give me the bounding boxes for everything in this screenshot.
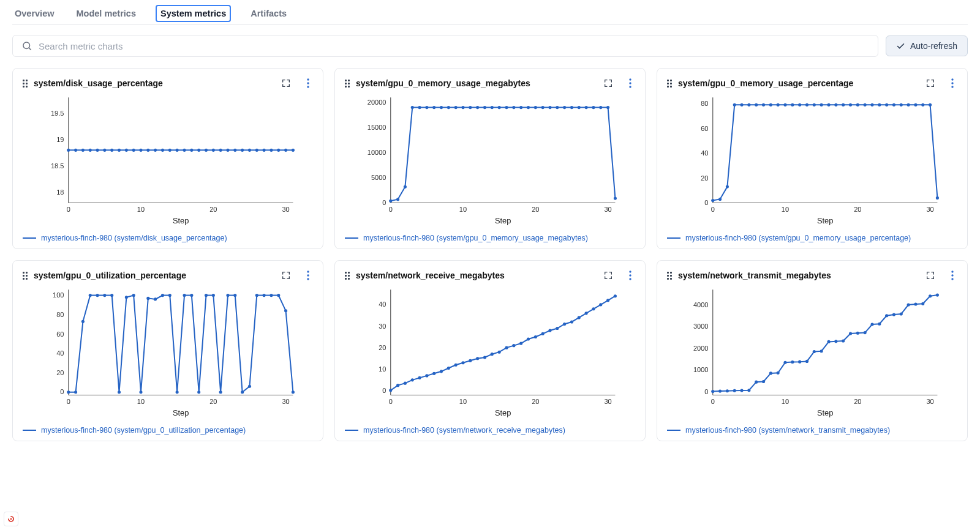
- svg-point-63: [389, 200, 392, 203]
- svg-point-50: [629, 86, 631, 88]
- svg-point-96: [951, 82, 953, 84]
- drag-handle-icon[interactable]: [345, 272, 350, 280]
- svg-point-258: [755, 381, 758, 384]
- svg-point-130: [856, 103, 859, 106]
- svg-point-142: [307, 271, 309, 272]
- svg-text:30: 30: [379, 323, 386, 330]
- legend-swatch: [345, 430, 358, 431]
- svg-point-16: [67, 149, 70, 152]
- svg-point-265: [805, 360, 809, 363]
- svg-point-29: [161, 149, 164, 152]
- svg-point-260: [769, 371, 772, 375]
- svg-point-190: [629, 271, 631, 272]
- svg-point-231: [578, 316, 581, 319]
- svg-point-22: [110, 149, 113, 152]
- svg-text:0: 0: [711, 398, 715, 405]
- chart-legend: mysterious-finch-980 (system/disk_usage_…: [23, 234, 313, 242]
- svg-point-89: [578, 106, 581, 109]
- svg-point-84: [541, 106, 545, 109]
- fullscreen-icon[interactable]: [281, 271, 291, 280]
- svg-text:20: 20: [379, 344, 386, 351]
- legend-label: mysterious-finch-980 (system/network_tra…: [685, 426, 890, 435]
- svg-point-267: [820, 349, 823, 353]
- kebab-menu-icon[interactable]: [948, 78, 957, 88]
- svg-point-269: [834, 340, 837, 343]
- svg-point-229: [563, 323, 566, 326]
- metric-card: system/gpu_0_utilization_percentage02040…: [12, 260, 323, 441]
- fullscreen-icon[interactable]: [925, 78, 935, 88]
- svg-point-25: [132, 149, 135, 152]
- svg-point-32: [183, 149, 186, 152]
- tab-model-metrics[interactable]: Model metrics: [74, 5, 139, 24]
- svg-text:4000: 4000: [693, 301, 708, 308]
- tab-overview[interactable]: Overview: [12, 5, 57, 24]
- svg-point-127: [834, 103, 837, 106]
- drag-handle-icon[interactable]: [345, 80, 350, 88]
- svg-point-225: [534, 335, 537, 338]
- svg-point-223: [519, 342, 522, 345]
- svg-point-256: [740, 389, 743, 392]
- svg-text:20: 20: [854, 206, 861, 213]
- legend-label: mysterious-finch-980 (system/disk_usage_…: [41, 234, 227, 242]
- svg-point-94: [614, 197, 617, 200]
- svg-text:Step: Step: [495, 216, 511, 225]
- kebab-menu-icon[interactable]: [625, 271, 635, 280]
- svg-point-165: [118, 390, 121, 394]
- fullscreen-icon[interactable]: [925, 271, 935, 280]
- svg-text:40: 40: [701, 149, 708, 157]
- svg-point-253: [718, 390, 722, 393]
- auto-refresh-button[interactable]: Auto-refresh: [886, 35, 968, 56]
- svg-point-273: [864, 331, 867, 334]
- drag-handle-icon[interactable]: [667, 80, 672, 88]
- drag-handle-icon[interactable]: [23, 80, 28, 88]
- svg-point-182: [241, 390, 244, 394]
- svg-point-276: [885, 314, 888, 317]
- svg-text:3000: 3000: [693, 323, 708, 330]
- fullscreen-icon[interactable]: [603, 271, 613, 280]
- svg-point-275: [878, 323, 881, 326]
- svg-point-79: [505, 106, 508, 109]
- fullscreen-icon[interactable]: [281, 78, 291, 88]
- svg-point-216: [469, 359, 472, 362]
- svg-text:10: 10: [459, 398, 467, 405]
- kebab-menu-icon[interactable]: [625, 78, 635, 88]
- svg-text:0: 0: [382, 199, 386, 206]
- svg-text:10: 10: [782, 398, 789, 405]
- tab-system-metrics[interactable]: System metrics: [156, 5, 231, 22]
- kebab-menu-icon[interactable]: [303, 271, 313, 280]
- svg-point-92: [599, 106, 602, 109]
- svg-point-35: [205, 149, 208, 152]
- chart-plot: 0102030400102030Step: [345, 284, 635, 419]
- svg-point-72: [454, 106, 458, 109]
- legend-swatch: [23, 237, 36, 239]
- search-input[interactable]: [39, 41, 869, 51]
- svg-point-0: [23, 42, 30, 49]
- svg-point-217: [476, 357, 479, 360]
- drag-handle-icon[interactable]: [667, 272, 672, 280]
- svg-point-49: [629, 82, 631, 84]
- svg-point-222: [512, 344, 515, 347]
- svg-point-172: [168, 294, 172, 297]
- legend-label: mysterious-finch-980 (system/gpu_0_memor…: [685, 234, 911, 242]
- metric-title: system/gpu_0_memory_usage_percentage: [678, 78, 853, 88]
- svg-point-111: [718, 198, 722, 201]
- drag-handle-icon[interactable]: [23, 272, 28, 280]
- tab-artifacts[interactable]: Artifacts: [248, 5, 289, 24]
- svg-point-179: [219, 390, 222, 394]
- chart-plot: 050001000015000200000102030Step: [345, 92, 635, 226]
- svg-point-252: [711, 390, 714, 393]
- svg-point-46: [284, 149, 287, 152]
- svg-point-33: [190, 149, 193, 152]
- svg-point-85: [548, 106, 551, 109]
- search-box[interactable]: [12, 35, 878, 57]
- svg-point-227: [548, 329, 551, 332]
- kebab-menu-icon[interactable]: [303, 78, 313, 88]
- svg-point-277: [892, 313, 895, 316]
- svg-point-88: [570, 106, 573, 109]
- fullscreen-icon[interactable]: [603, 78, 613, 88]
- svg-point-167: [132, 294, 135, 297]
- svg-text:0: 0: [704, 199, 708, 206]
- svg-point-224: [527, 337, 530, 340]
- kebab-menu-icon[interactable]: [948, 271, 957, 280]
- svg-point-118: [769, 103, 772, 106]
